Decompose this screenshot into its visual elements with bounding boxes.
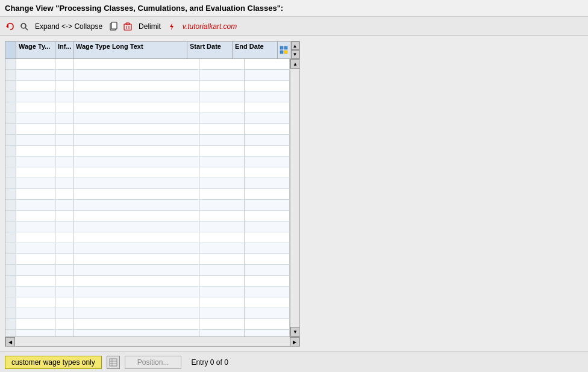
table-cell[interactable] [245,113,290,123]
table-cell[interactable] [16,330,55,336]
row-select-cell[interactable] [5,200,16,210]
grid-settings-icon[interactable] [278,42,290,58]
table-cell[interactable] [55,157,74,167]
table-cell[interactable] [55,243,74,253]
table-cell[interactable] [16,59,55,69]
table-cell[interactable] [245,287,290,297]
row-select-cell[interactable] [5,113,16,123]
hscroll-track[interactable] [15,337,290,346]
row-select-cell[interactable] [5,70,16,80]
row-select-cell[interactable] [5,102,16,113]
table-row[interactable] [5,102,290,113]
table-cell[interactable] [55,124,74,134]
table-row[interactable] [5,124,290,135]
table-cell[interactable] [16,135,55,145]
table-cell[interactable] [16,146,55,156]
table-cell[interactable] [74,308,199,318]
table-cell[interactable] [245,102,290,113]
table-cell[interactable] [55,276,74,286]
table-cell[interactable] [16,102,55,113]
table-cell[interactable] [74,232,199,243]
table-cell[interactable] [74,276,199,286]
table-cell[interactable] [245,189,290,199]
table-cell[interactable] [74,124,199,134]
table-cell[interactable] [199,265,245,275]
table-cell[interactable] [74,113,199,123]
row-select-cell[interactable] [5,178,16,188]
table-cell[interactable] [199,243,245,253]
table-cell[interactable] [16,308,55,318]
table-cell[interactable] [245,243,290,253]
table-cell[interactable] [16,70,55,80]
position-icon[interactable] [107,356,120,369]
row-select-cell[interactable] [5,81,16,91]
table-cell[interactable] [16,287,55,297]
table-cell[interactable] [245,167,290,178]
find-icon[interactable] [18,20,30,33]
scroll-down-button[interactable]: ▼ [290,327,299,336]
table-row[interactable] [5,167,290,178]
table-cell[interactable] [55,135,74,145]
table-cell[interactable] [199,124,245,134]
table-cell[interactable] [245,276,290,286]
table-cell[interactable] [55,102,74,113]
table-cell[interactable] [245,124,290,134]
table-cell[interactable] [16,276,55,286]
table-cell[interactable] [199,308,245,318]
position-button[interactable]: Position... [125,356,182,369]
table-cell[interactable] [199,70,245,80]
table-cell[interactable] [245,308,290,318]
table-cell[interactable] [245,135,290,145]
table-cell[interactable] [16,124,55,134]
scroll-up-button[interactable]: ▲ [290,59,299,69]
row-select-cell[interactable] [5,135,16,145]
table-cell[interactable] [55,200,74,210]
table-cell[interactable] [74,81,199,91]
table-row[interactable] [5,189,290,200]
flash-icon[interactable] [166,20,178,33]
table-cell[interactable] [199,211,245,221]
table-cell[interactable] [55,254,74,264]
table-row[interactable] [5,178,290,189]
table-cell[interactable] [199,276,245,286]
row-select-cell[interactable] [5,167,16,178]
table-row[interactable] [5,276,290,287]
table-cell[interactable] [74,222,199,232]
table-cell[interactable] [245,59,290,69]
vertical-scrollbar[interactable]: ▲ ▼ [290,59,299,336]
table-cell[interactable] [55,265,74,275]
table-cell[interactable] [245,222,290,232]
table-row[interactable] [5,70,290,81]
table-cell[interactable] [74,211,199,221]
table-cell[interactable] [55,222,74,232]
table-cell[interactable] [55,81,74,91]
table-cell[interactable] [199,330,245,336]
table-cell[interactable] [16,113,55,123]
row-select-cell[interactable] [5,308,16,318]
table-cell[interactable] [55,70,74,80]
table-cell[interactable] [245,265,290,275]
row-select-cell[interactable] [5,243,16,253]
table-row[interactable] [5,135,290,146]
table-cell[interactable] [199,254,245,264]
copy-icon[interactable] [107,20,119,33]
table-cell[interactable] [16,319,55,329]
table-cell[interactable] [16,91,55,102]
table-cell[interactable] [55,308,74,318]
delimit-button[interactable]: Delimit [136,21,163,32]
table-cell[interactable] [55,211,74,221]
table-cell[interactable] [245,146,290,156]
table-cell[interactable] [55,178,74,188]
table-cell[interactable] [199,297,245,308]
table-cell[interactable] [74,330,199,336]
scroll-track[interactable] [290,69,299,327]
table-cell[interactable] [16,81,55,91]
table-row[interactable] [5,254,290,265]
table-cell[interactable] [245,91,290,102]
table-cell[interactable] [199,135,245,145]
row-select-cell[interactable] [5,157,16,167]
table-row[interactable] [5,287,290,297]
table-cell[interactable] [55,319,74,329]
scroll-up-btn[interactable]: ▲ [291,42,299,50]
table-cell[interactable] [74,135,199,145]
